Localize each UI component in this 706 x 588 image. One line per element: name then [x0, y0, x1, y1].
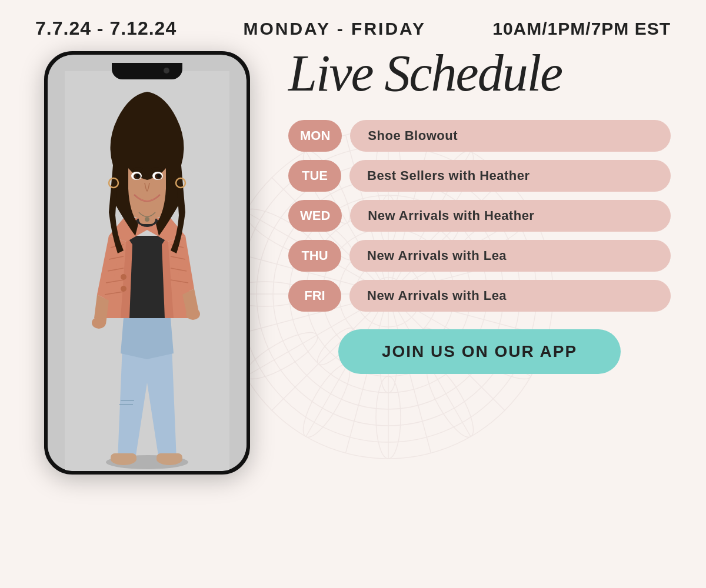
event-wed: New Arrivals with Heather	[350, 200, 671, 232]
svg-point-73	[145, 217, 149, 222]
day-thu: THU	[288, 240, 341, 272]
event-tue: Best Sellers with Heather	[349, 160, 671, 192]
date-range: 7.7.24 - 7.12.24	[35, 18, 176, 39]
svg-point-50	[92, 317, 106, 329]
schedule-row-fri: FRI New Arrivals with Lea	[288, 280, 671, 312]
event-mon: Shoe Blowout	[350, 120, 671, 152]
day-tue: TUE	[288, 160, 341, 192]
day-wed: WED	[288, 200, 342, 232]
phone-container	[24, 45, 271, 475]
event-fri: New Arrivals with Lea	[349, 280, 671, 312]
phone-camera	[164, 68, 169, 74]
phone-notch	[112, 63, 182, 79]
day-fri: FRI	[288, 280, 341, 312]
person-illustration	[65, 71, 229, 471]
svg-point-69	[136, 174, 139, 178]
phone-mockup	[44, 51, 250, 475]
schedule-container: Live Schedule MON Shoe Blowout TUE Best …	[271, 45, 682, 475]
schedule-row-wed: WED New Arrivals with Heather	[288, 200, 671, 232]
join-button-container: JOIN US ON OUR APP	[288, 329, 671, 374]
times-label: 10AM/1PM/7PM EST	[492, 19, 671, 39]
svg-point-62	[121, 286, 126, 292]
schedule-row-thu: THU New Arrivals with Lea	[288, 240, 671, 272]
live-schedule-title: Live Schedule	[288, 45, 671, 102]
header: 7.7.24 - 7.12.24 MONDAY - FRIDAY 10AM/1P…	[0, 0, 706, 45]
svg-point-70	[157, 174, 161, 178]
days-label: MONDAY - FRIDAY	[243, 19, 426, 39]
svg-point-51	[186, 308, 200, 320]
schedule-row-tue: TUE Best Sellers with Heather	[288, 160, 671, 192]
svg-rect-48	[111, 453, 136, 462]
phone-screen	[48, 55, 247, 471]
join-app-button[interactable]: JOIN US ON OUR APP	[338, 329, 621, 374]
schedule-row-mon: MON Shoe Blowout	[288, 120, 671, 152]
event-thu: New Arrivals with Lea	[349, 240, 671, 272]
svg-point-61	[121, 274, 126, 280]
schedule-list: MON Shoe Blowout TUE Best Sellers with H…	[288, 120, 671, 312]
main-content: Live Schedule MON Shoe Blowout TUE Best …	[0, 45, 706, 475]
svg-rect-49	[156, 453, 182, 462]
day-mon: MON	[288, 120, 342, 152]
